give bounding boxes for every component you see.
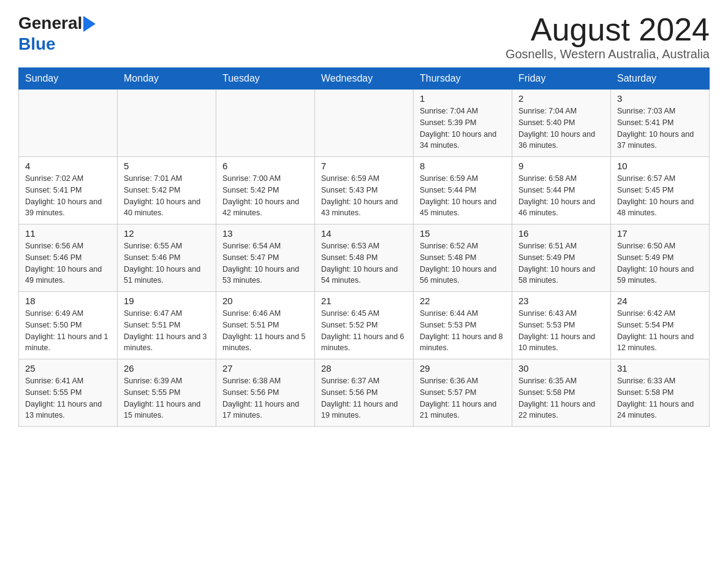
calendar-cell: 15Sunrise: 6:52 AMSunset: 5:48 PMDayligh…	[414, 224, 512, 292]
day-number: 16	[518, 228, 604, 239]
col-friday: Friday	[512, 68, 611, 90]
calendar-cell: 18Sunrise: 6:49 AMSunset: 5:50 PMDayligh…	[19, 292, 118, 359]
calendar-cell: 2Sunrise: 7:04 AMSunset: 5:40 PMDaylight…	[512, 90, 611, 157]
col-tuesday: Tuesday	[216, 68, 315, 90]
sun-info: Sunrise: 6:41 AMSunset: 5:55 PMDaylight:…	[25, 375, 111, 421]
page-title: August 2024	[506, 12, 710, 47]
calendar-cell	[118, 90, 216, 157]
sun-info: Sunrise: 6:44 AMSunset: 5:53 PMDaylight:…	[420, 308, 506, 354]
calendar-cell: 11Sunrise: 6:56 AMSunset: 5:46 PMDayligh…	[19, 224, 118, 292]
sun-info: Sunrise: 6:47 AMSunset: 5:51 PMDaylight:…	[124, 308, 210, 354]
calendar-cell	[216, 90, 315, 157]
calendar-cell: 27Sunrise: 6:38 AMSunset: 5:56 PMDayligh…	[216, 359, 315, 427]
day-number: 5	[124, 161, 210, 171]
day-number: 8	[420, 161, 506, 171]
calendar-cell	[19, 90, 118, 157]
calendar-cell: 6Sunrise: 7:00 AMSunset: 5:42 PMDaylight…	[216, 157, 315, 224]
day-number: 4	[25, 161, 111, 171]
calendar-cell: 24Sunrise: 6:42 AMSunset: 5:54 PMDayligh…	[611, 292, 710, 359]
sun-info: Sunrise: 7:04 AMSunset: 5:39 PMDaylight:…	[420, 105, 506, 151]
calendar-cell: 28Sunrise: 6:37 AMSunset: 5:56 PMDayligh…	[315, 359, 414, 427]
calendar-cell: 8Sunrise: 6:59 AMSunset: 5:44 PMDaylight…	[414, 157, 512, 224]
sun-info: Sunrise: 6:43 AMSunset: 5:53 PMDaylight:…	[518, 308, 604, 354]
sun-info: Sunrise: 6:58 AMSunset: 5:44 PMDaylight:…	[518, 173, 604, 219]
calendar-cell: 20Sunrise: 6:46 AMSunset: 5:51 PMDayligh…	[216, 292, 315, 359]
sun-info: Sunrise: 6:46 AMSunset: 5:51 PMDaylight:…	[222, 308, 308, 354]
sun-info: Sunrise: 6:59 AMSunset: 5:44 PMDaylight:…	[420, 173, 506, 219]
day-number: 14	[321, 228, 407, 239]
calendar-cell: 17Sunrise: 6:50 AMSunset: 5:49 PMDayligh…	[611, 224, 710, 292]
day-number: 29	[420, 363, 506, 373]
day-number: 19	[124, 296, 210, 306]
sun-info: Sunrise: 6:36 AMSunset: 5:57 PMDaylight:…	[420, 375, 506, 421]
calendar-week-row: 4Sunrise: 7:02 AMSunset: 5:41 PMDaylight…	[19, 157, 710, 224]
day-number: 23	[518, 296, 604, 306]
sun-info: Sunrise: 6:39 AMSunset: 5:55 PMDaylight:…	[124, 375, 210, 421]
sun-info: Sunrise: 7:01 AMSunset: 5:42 PMDaylight:…	[124, 173, 210, 219]
day-number: 17	[617, 228, 703, 239]
day-number: 10	[617, 161, 703, 171]
calendar-cell: 3Sunrise: 7:03 AMSunset: 5:41 PMDaylight…	[611, 90, 710, 157]
sun-info: Sunrise: 6:42 AMSunset: 5:54 PMDaylight:…	[617, 308, 703, 354]
day-number: 11	[25, 228, 111, 239]
sun-info: Sunrise: 7:04 AMSunset: 5:40 PMDaylight:…	[518, 105, 604, 151]
calendar-cell: 29Sunrise: 6:36 AMSunset: 5:57 PMDayligh…	[414, 359, 512, 427]
calendar-cell: 22Sunrise: 6:44 AMSunset: 5:53 PMDayligh…	[414, 292, 512, 359]
day-number: 22	[420, 296, 506, 306]
day-number: 20	[222, 296, 308, 306]
sun-info: Sunrise: 6:54 AMSunset: 5:47 PMDaylight:…	[222, 240, 308, 286]
day-number: 15	[420, 228, 506, 239]
sun-info: Sunrise: 6:51 AMSunset: 5:49 PMDaylight:…	[518, 240, 604, 286]
logo-triangle-icon	[83, 16, 96, 32]
page-subtitle: Gosnells, Western Australia, Australia	[506, 47, 710, 61]
day-number: 3	[617, 93, 703, 104]
sun-info: Sunrise: 6:37 AMSunset: 5:56 PMDaylight:…	[321, 375, 407, 421]
sun-info: Sunrise: 6:33 AMSunset: 5:58 PMDaylight:…	[617, 375, 703, 421]
day-number: 30	[518, 363, 604, 373]
day-number: 6	[222, 161, 308, 171]
day-number: 28	[321, 363, 407, 373]
calendar-cell: 5Sunrise: 7:01 AMSunset: 5:42 PMDaylight…	[118, 157, 216, 224]
day-number: 26	[124, 363, 210, 373]
day-number: 25	[25, 363, 111, 373]
logo: General Blue	[18, 12, 96, 54]
sun-info: Sunrise: 6:57 AMSunset: 5:45 PMDaylight:…	[617, 173, 703, 219]
calendar-header-row: Sunday Monday Tuesday Wednesday Thursday…	[19, 68, 710, 90]
sun-info: Sunrise: 6:45 AMSunset: 5:52 PMDaylight:…	[321, 308, 407, 354]
sun-info: Sunrise: 6:56 AMSunset: 5:46 PMDaylight:…	[25, 240, 111, 286]
calendar-week-row: 25Sunrise: 6:41 AMSunset: 5:55 PMDayligh…	[19, 359, 710, 427]
calendar-cell: 4Sunrise: 7:02 AMSunset: 5:41 PMDaylight…	[19, 157, 118, 224]
sun-info: Sunrise: 6:50 AMSunset: 5:49 PMDaylight:…	[617, 240, 703, 286]
day-number: 21	[321, 296, 407, 306]
sun-info: Sunrise: 6:55 AMSunset: 5:46 PMDaylight:…	[124, 240, 210, 286]
calendar-cell: 12Sunrise: 6:55 AMSunset: 5:46 PMDayligh…	[118, 224, 216, 292]
day-number: 13	[222, 228, 308, 239]
calendar-cell: 7Sunrise: 6:59 AMSunset: 5:43 PMDaylight…	[315, 157, 414, 224]
sun-info: Sunrise: 6:53 AMSunset: 5:48 PMDaylight:…	[321, 240, 407, 286]
calendar-table: Sunday Monday Tuesday Wednesday Thursday…	[18, 67, 710, 427]
day-number: 12	[124, 228, 210, 239]
calendar-cell: 16Sunrise: 6:51 AMSunset: 5:49 PMDayligh…	[512, 224, 611, 292]
calendar-cell: 30Sunrise: 6:35 AMSunset: 5:58 PMDayligh…	[512, 359, 611, 427]
logo-general: General	[18, 13, 82, 33]
day-number: 27	[222, 363, 308, 373]
day-number: 1	[420, 93, 506, 104]
day-number: 7	[321, 161, 407, 171]
calendar-cell: 13Sunrise: 6:54 AMSunset: 5:47 PMDayligh…	[216, 224, 315, 292]
col-thursday: Thursday	[414, 68, 512, 90]
col-saturday: Saturday	[611, 68, 710, 90]
svg-marker-0	[83, 16, 96, 32]
sun-info: Sunrise: 6:59 AMSunset: 5:43 PMDaylight:…	[321, 173, 407, 219]
col-monday: Monday	[118, 68, 216, 90]
calendar-cell: 9Sunrise: 6:58 AMSunset: 5:44 PMDaylight…	[512, 157, 611, 224]
calendar-cell: 1Sunrise: 7:04 AMSunset: 5:39 PMDaylight…	[414, 90, 512, 157]
day-number: 18	[25, 296, 111, 306]
title-block: August 2024 Gosnells, Western Australia,…	[506, 12, 710, 61]
sun-info: Sunrise: 6:38 AMSunset: 5:56 PMDaylight:…	[222, 375, 308, 421]
calendar-cell: 10Sunrise: 6:57 AMSunset: 5:45 PMDayligh…	[611, 157, 710, 224]
logo-blue: Blue	[18, 34, 56, 53]
day-number: 9	[518, 161, 604, 171]
calendar-cell: 14Sunrise: 6:53 AMSunset: 5:48 PMDayligh…	[315, 224, 414, 292]
calendar-cell: 19Sunrise: 6:47 AMSunset: 5:51 PMDayligh…	[118, 292, 216, 359]
calendar-cell: 31Sunrise: 6:33 AMSunset: 5:58 PMDayligh…	[611, 359, 710, 427]
